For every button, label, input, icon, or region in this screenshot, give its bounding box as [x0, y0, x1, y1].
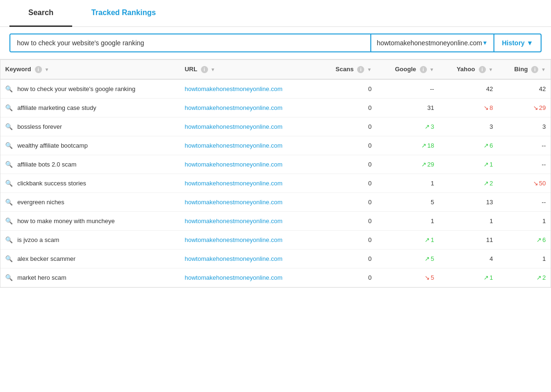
search-bar-row: howtomakehonestmoneyonline.com ▼ History… [0, 27, 551, 59]
search-query-icon: 🔍 [5, 236, 13, 243]
keyword-cell[interactable]: 🔍 is jvzoo a scam [0, 231, 180, 250]
url-cell[interactable]: howtomakehonestmoneyonline.com [180, 136, 317, 155]
keyword-cell[interactable]: 🔍 wealthy affiliate bootcamp [0, 136, 180, 155]
scans-value: 0 [368, 236, 372, 243]
keyword-text: evergreen niches [17, 199, 65, 206]
keyword-cell[interactable]: 🔍 clickbank success stories [0, 174, 180, 193]
url-cell[interactable]: howtomakehonestmoneyonline.com [180, 193, 317, 212]
search-query-icon: 🔍 [5, 217, 13, 225]
url-text: howtomakehonestmoneyonline.com [184, 161, 282, 168]
trend-up-icon: ↗ [484, 142, 489, 149]
keyword-cell[interactable]: 🔍 how to check your website's google ran… [0, 79, 180, 99]
keyword-cell[interactable]: 🔍 affiliate marketing case study [0, 99, 180, 117]
keyword-cell[interactable]: 🔍 bossless forever [0, 117, 180, 136]
keyword-text: clickbank success stories [17, 180, 86, 187]
keyword-cell[interactable]: 🔍 affiliate bots 2.0 scam [0, 155, 180, 174]
col-google: Google i ▼ [376, 60, 439, 79]
url-cell[interactable]: howtomakehonestmoneyonline.com [180, 212, 317, 231]
url-cell[interactable]: howtomakehonestmoneyonline.com [180, 79, 317, 99]
domain-value: howtomakehonestmoneyonline.com [377, 34, 482, 51]
url-text: howtomakehonestmoneyonline.com [184, 236, 282, 243]
scans-value: 0 [368, 217, 372, 225]
history-button[interactable]: History ▼ [494, 33, 542, 52]
google-cell: ↘5 [376, 268, 439, 287]
col-yahoo: Yahoo i ▼ [439, 60, 498, 79]
keyword-cell[interactable]: 🔍 how to make money with muncheye [0, 212, 180, 231]
scans-info-icon: i [357, 66, 364, 73]
google-cell: ↗5 [376, 250, 439, 268]
trend-up-icon: ↗ [536, 236, 542, 243]
table-row: 🔍 market hero scam howtomakehonestmoneyo… [0, 268, 551, 287]
keyword-cell[interactable]: 🔍 evergreen niches [0, 193, 180, 212]
bing-sort-icon[interactable]: ▼ [541, 67, 546, 72]
table-row: 🔍 alex becker scammer howtomakehonestmon… [0, 250, 551, 268]
keyword-info-icon: i [35, 66, 42, 73]
trend-down-icon: ↘ [425, 274, 430, 281]
table-row: 🔍 bossless forever howtomakehonestmoneyo… [0, 117, 551, 136]
search-query-icon: 🔍 [5, 255, 13, 262]
trend-up-icon: ↗ [425, 236, 430, 243]
keyword-text: alex becker scammer [17, 255, 76, 262]
scans-sort-icon[interactable]: ▼ [367, 67, 372, 72]
google-sort-icon[interactable]: ▼ [429, 67, 434, 72]
scans-cell: 0 [318, 136, 376, 155]
url-cell[interactable]: howtomakehonestmoneyonline.com [180, 250, 317, 268]
yahoo-cell: 13 [439, 193, 498, 212]
trend-up-icon: ↗ [484, 274, 489, 281]
keyword-text: affiliate bots 2.0 scam [17, 161, 77, 168]
scans-cell: 0 [318, 79, 376, 99]
trend-up-icon: ↗ [484, 161, 489, 168]
trend-up-icon: ↗ [484, 180, 489, 187]
trend-down-icon: ↘ [533, 104, 538, 111]
trend-down-icon: ↘ [533, 180, 538, 187]
scans-value: 0 [368, 274, 372, 281]
url-info-icon: i [201, 66, 208, 73]
search-query-icon: 🔍 [5, 123, 13, 130]
keyword-cell[interactable]: 🔍 market hero scam [0, 268, 180, 287]
yahoo-cell: ↗2 [439, 174, 498, 193]
scans-cell: 0 [318, 268, 376, 287]
url-cell[interactable]: howtomakehonestmoneyonline.com [180, 99, 317, 117]
tab-search[interactable]: Search [9, 0, 72, 27]
keyword-text: affiliate marketing case study [17, 104, 96, 111]
keyword-text: is jvzoo a scam [17, 236, 59, 243]
google-cell: ↗3 [376, 117, 439, 136]
url-cell[interactable]: howtomakehonestmoneyonline.com [180, 117, 317, 136]
yahoo-cell: 42 [439, 79, 498, 99]
table-row: 🔍 wealthy affiliate bootcamp howtomakeho… [0, 136, 551, 155]
search-input[interactable] [10, 34, 370, 51]
bing-cell: 3 [498, 117, 551, 136]
col-url: URL i ▼ [180, 60, 317, 79]
keyword-cell[interactable]: 🔍 alex becker scammer [0, 250, 180, 268]
yahoo-cell: ↗1 [439, 155, 498, 174]
yahoo-sort-icon[interactable]: ▼ [488, 67, 493, 72]
yahoo-cell: ↘8 [439, 99, 498, 117]
url-sort-icon[interactable]: ▼ [210, 67, 215, 72]
url-text: howtomakehonestmoneyonline.com [184, 255, 282, 262]
google-cell: 1 [376, 174, 439, 193]
scans-cell: 0 [318, 117, 376, 136]
url-cell[interactable]: howtomakehonestmoneyonline.com [180, 174, 317, 193]
search-query-icon: 🔍 [5, 199, 13, 206]
scans-value: 0 [368, 85, 372, 92]
bing-cell: ↗2 [498, 268, 551, 287]
search-query-icon: 🔍 [5, 180, 13, 187]
scans-cell: 0 [318, 231, 376, 250]
scans-value: 0 [368, 123, 372, 130]
search-input-wrap [9, 33, 371, 52]
tab-tracked-rankings[interactable]: Tracked Rankings [72, 0, 175, 27]
url-cell[interactable]: howtomakehonestmoneyonline.com [180, 155, 317, 174]
table-row: 🔍 affiliate marketing case study howtoma… [0, 99, 551, 117]
trend-up-icon: ↗ [425, 123, 430, 130]
yahoo-cell: 4 [439, 250, 498, 268]
url-cell[interactable]: howtomakehonestmoneyonline.com [180, 268, 317, 287]
url-cell[interactable]: howtomakehonestmoneyonline.com [180, 231, 317, 250]
table-row: 🔍 clickbank success stories howtomakehon… [0, 174, 551, 193]
scans-value: 0 [368, 142, 372, 149]
bing-cell: -- [498, 155, 551, 174]
domain-select[interactable]: howtomakehonestmoneyonline.com ▼ [371, 33, 494, 52]
scans-value: 0 [368, 104, 372, 111]
trend-up-icon: ↗ [536, 274, 542, 281]
table-row: 🔍 affiliate bots 2.0 scam howtomakehones… [0, 155, 551, 174]
keyword-sort-icon[interactable]: ▼ [44, 67, 49, 72]
